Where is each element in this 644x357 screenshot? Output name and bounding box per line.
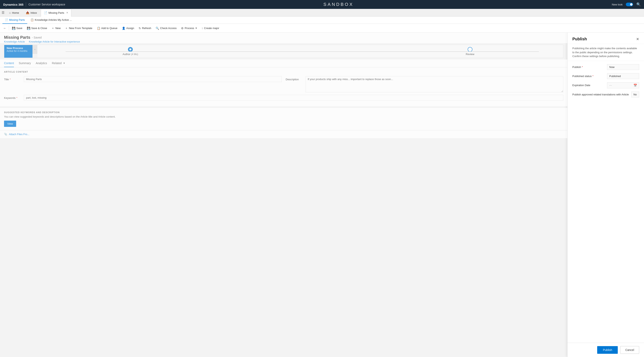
process-author-circle — [128, 47, 133, 52]
nav-divider — [26, 2, 26, 7]
command-bar: ← 💾 Save 💾 Save & Close ＋ New ＋ New From… — [0, 24, 644, 33]
process-sidebar-subtitle: Active for 4 months — [7, 50, 30, 52]
panel-title: Publish — [572, 37, 587, 41]
sub-tab-bar: 📄 Missing Parts 📋 Knowledge Articles My … — [0, 16, 644, 24]
process-connector-line — [66, 51, 539, 52]
attach-files-row[interactable]: 📎 Attach Files Fro... — [0, 130, 567, 138]
tab-inbox[interactable]: 📥 Inbox — [23, 9, 40, 16]
process-label: Process — [185, 27, 194, 30]
process-bar: New Process Active for 4 months ‹ Author… — [4, 45, 563, 58]
tab-analytics[interactable]: Analytics — [36, 59, 47, 67]
suggested-description: You can view suggested keywords and desc… — [4, 115, 563, 118]
sub-tab-knowledge-icon: 📋 — [30, 18, 34, 21]
tab-related[interactable]: Related ▼ — [52, 59, 65, 67]
new-icon: ＋ — [52, 26, 54, 30]
sub-tab-doc-icon: 📄 — [5, 18, 8, 21]
sub-tab-knowledge-label: Knowledge Articles My Active ... — [35, 18, 72, 21]
keywords-field: Keywords * — [4, 95, 563, 101]
tab-close-icon[interactable]: ✕ — [66, 11, 68, 14]
panel-body: Publish * Now Published status * Publish… — [568, 61, 644, 343]
refresh-icon: ↻ — [139, 27, 141, 30]
main-area: Missing Parts - Saved Knowledge Article … — [0, 33, 644, 357]
panel-close-button[interactable]: ✕ — [636, 37, 639, 41]
create-major-button[interactable]: ↑ Create major — [200, 25, 221, 31]
cancel-button[interactable]: Cancel — [620, 346, 639, 354]
top-nav-right: New look 🔍 — [612, 2, 641, 7]
title-label: Title * — [4, 76, 22, 81]
process-stages: Author (4 Mo) Review — [37, 45, 563, 58]
view-button[interactable]: View — [4, 121, 16, 127]
publish-field-label: Publish * — [572, 65, 605, 68]
tab-missing-parts-label: Missing Parts — [48, 11, 64, 14]
related-translations-field: Publish approved related translations wi… — [572, 92, 639, 97]
process-sidebar-title: New Process — [7, 46, 30, 50]
refresh-button[interactable]: ↻ Refresh — [137, 25, 154, 31]
tab-analytics-label: Analytics — [36, 61, 47, 65]
paperclip-icon: 📎 — [4, 133, 7, 136]
template-icon: ＋ — [65, 26, 68, 30]
tab-related-label: Related — [52, 61, 62, 65]
new-look-label: New look — [612, 3, 622, 6]
tab-bar: ☰ ⌂ Home 📥 Inbox 📄 Missing Parts ✕ — [0, 9, 644, 16]
new-button[interactable]: ＋ New — [50, 25, 62, 31]
record-type: Knowledge Article — [4, 40, 25, 43]
description-input[interactable] — [306, 76, 564, 92]
calendar-icon: 📅 — [634, 84, 637, 87]
expiration-date-value[interactable]: --- 📅 — [607, 82, 639, 88]
create-major-icon: ↑ — [202, 27, 203, 30]
add-to-queue-button[interactable]: 📋 Add to Queue — [95, 25, 120, 31]
process-button[interactable]: ⚙ Process ▼ — [179, 25, 199, 31]
tab-home[interactable]: ⌂ Home — [6, 9, 22, 16]
record-experience: Knowledge Article for Interactive experi… — [29, 40, 80, 43]
content-tabs: Content Summary Analytics Related ▼ — [0, 59, 567, 67]
process-review-label: Review — [466, 53, 474, 56]
publish-required-marker: * — [582, 65, 583, 68]
create-major-label: Create major — [204, 27, 219, 30]
new-label: New — [55, 27, 60, 30]
tab-summary[interactable]: Summary — [19, 59, 31, 67]
article-section: ARTICLE CONTENT Title * Description — [0, 67, 567, 106]
home-icon: ⌂ — [9, 11, 11, 14]
tab-content[interactable]: Content — [4, 59, 14, 67]
check-access-button[interactable]: 🔍 Check Access — [154, 25, 178, 31]
hamburger-icon[interactable]: ☰ — [2, 11, 4, 14]
left-content-inner: Missing Parts - Saved Knowledge Article … — [0, 33, 567, 357]
new-look-toggle[interactable] — [626, 2, 633, 6]
process-review-circle — [468, 47, 472, 52]
save-icon: 💾 — [12, 27, 15, 30]
sub-tab-knowledge[interactable]: 📋 Knowledge Articles My Active ... — [28, 16, 74, 24]
save-close-button[interactable]: 💾 Save & Close — [25, 25, 49, 31]
check-access-label: Check Access — [160, 27, 176, 30]
description-field: Description — [286, 76, 564, 92]
tab-missing-parts[interactable]: 📄 Missing Parts ✕ — [41, 9, 71, 16]
record-saved-status: - Saved — [32, 36, 42, 39]
new-from-template-button[interactable]: ＋ New From Template — [63, 25, 94, 31]
save-close-label: Save & Close — [31, 27, 47, 30]
publish-field-value[interactable]: Now — [607, 64, 639, 70]
published-status-value[interactable]: Published — [607, 73, 639, 79]
record-type-separator: · — [26, 40, 27, 43]
panel-footer: Publish Cancel — [568, 343, 644, 357]
title-input[interactable] — [24, 76, 282, 82]
sandbox-label: SANDBOX — [324, 2, 354, 7]
expiration-date-label: Expiration Date — [572, 84, 605, 87]
keywords-input[interactable] — [24, 95, 563, 101]
back-button[interactable]: ← — [2, 25, 8, 31]
related-translations-value[interactable]: No — [631, 92, 639, 97]
sub-tab-missing-parts[interactable]: 📄 Missing Parts — [2, 16, 27, 24]
assign-button[interactable]: 👤 Assign — [120, 25, 136, 31]
workspace-label: Customer Service workspace — [28, 3, 65, 6]
record-title: Missing Parts — [4, 35, 30, 40]
process-sidebar: New Process Active for 4 months — [4, 45, 32, 58]
process-collapse-button[interactable]: ‹ — [32, 45, 37, 54]
top-nav-left: Dynamics 365 Customer Service workspace — [3, 2, 65, 7]
status-required-marker: * — [592, 75, 593, 78]
assign-icon: 👤 — [122, 27, 125, 30]
search-icon[interactable]: 🔍 — [636, 2, 641, 7]
save-button[interactable]: 💾 Save — [10, 25, 24, 31]
publish-panel: Publish ✕ Publishing the article might m… — [567, 33, 644, 357]
publish-button[interactable]: Publish — [597, 346, 618, 354]
published-status-field: Published status * Published — [572, 73, 639, 79]
left-content: Missing Parts - Saved Knowledge Article … — [0, 33, 567, 357]
publish-field: Publish * Now — [572, 64, 639, 70]
